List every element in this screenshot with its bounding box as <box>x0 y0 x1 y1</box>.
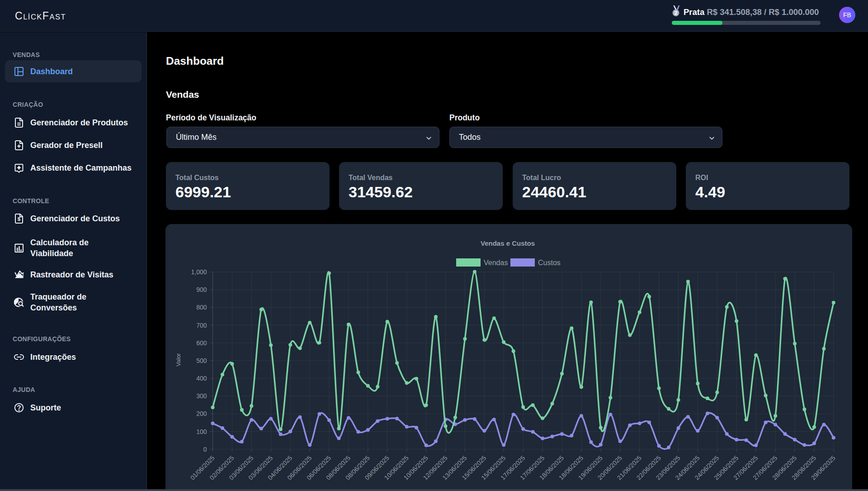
svg-text:400: 400 <box>196 375 207 382</box>
svg-text:Valor: Valor <box>175 353 182 367</box>
svg-text:200: 200 <box>196 410 207 417</box>
svg-text:600: 600 <box>196 339 207 347</box>
svg-text:100: 100 <box>196 428 207 435</box>
svg-text:1,000: 1,000 <box>191 268 207 276</box>
svg-text:Custos: Custos <box>538 259 561 267</box>
svg-text:500: 500 <box>196 357 207 364</box>
svg-text:Vendas e Custos: Vendas e Custos <box>481 239 535 247</box>
svg-text:2: 2 <box>675 10 678 16</box>
svg-text:300: 300 <box>196 392 207 400</box>
svg-text:Vendas: Vendas <box>484 259 508 267</box>
svg-text:700: 700 <box>196 322 207 329</box>
svg-text:0: 0 <box>203 446 207 453</box>
svg-text:800: 800 <box>196 304 207 311</box>
svg-text:$: $ <box>18 216 21 222</box>
svg-text:900: 900 <box>196 286 207 293</box>
